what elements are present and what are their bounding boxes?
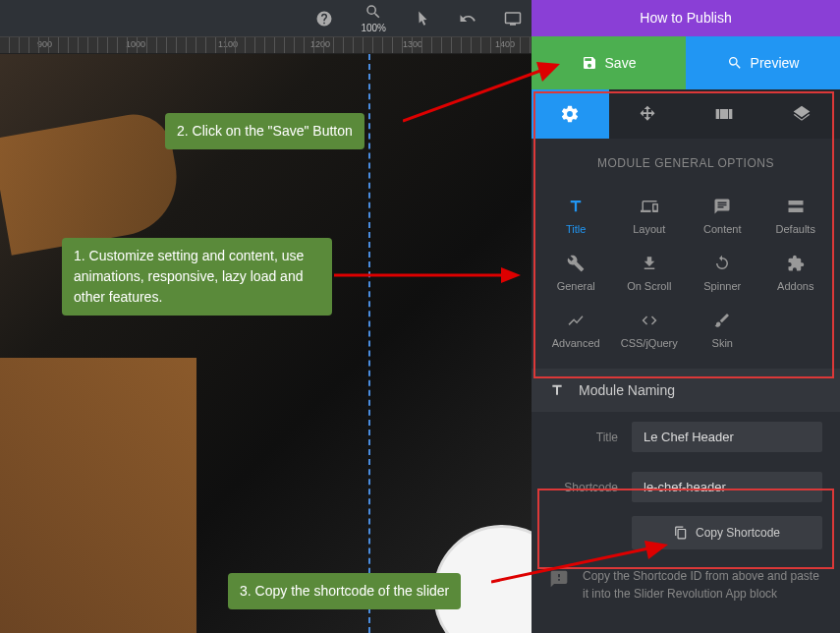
undo-tool[interactable] (459, 10, 476, 28)
arrow-to-shortcode (491, 541, 668, 590)
preview-button[interactable]: Preview (686, 36, 840, 89)
svg-marker-5 (644, 541, 668, 559)
callout-shortcode: 3. Copy the shortcode of the slider (228, 573, 461, 609)
display-tool[interactable] (504, 10, 522, 28)
arrow-to-options (334, 265, 521, 285)
zoom-label: 100% (361, 23, 386, 33)
svg-marker-3 (536, 62, 560, 82)
preview-label: Preview (751, 55, 800, 71)
ruler: 900 1000 1100 1200 1300 1400 (0, 36, 532, 54)
callout-save: 2. Click on the "Save" Button (165, 113, 364, 149)
title-input[interactable] (632, 422, 822, 452)
guide-line[interactable] (368, 54, 370, 633)
svg-line-4 (491, 548, 648, 582)
publish-header: How to Publish (532, 0, 840, 36)
zoom-tool[interactable]: 100% (361, 3, 386, 33)
canvas-food-decor (0, 466, 108, 604)
text-icon (549, 382, 565, 398)
cursor-tool[interactable] (414, 10, 431, 28)
title-field-row: Title (532, 412, 840, 462)
callout-customize: 1. Customize setting and content, use an… (62, 238, 332, 316)
search-icon (727, 55, 743, 71)
svg-marker-1 (501, 267, 521, 283)
arrow-to-save (403, 59, 560, 128)
help-icon[interactable] (315, 10, 333, 28)
save-label: Save (605, 55, 637, 71)
action-buttons: Save Preview (532, 36, 840, 89)
title-label: Title (549, 431, 618, 444)
annotation-box-options (533, 91, 834, 378)
top-toolbar: 100% (0, 0, 532, 36)
save-icon (582, 55, 597, 71)
svg-line-2 (403, 71, 540, 121)
